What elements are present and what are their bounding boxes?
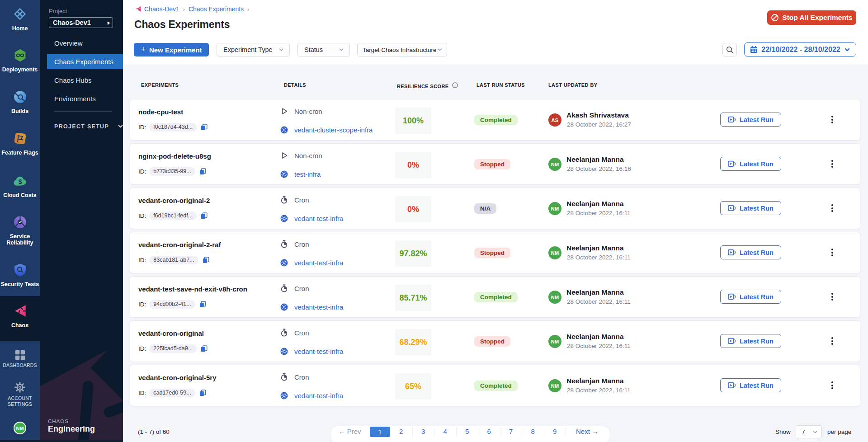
svg-text:$: $	[18, 178, 22, 185]
